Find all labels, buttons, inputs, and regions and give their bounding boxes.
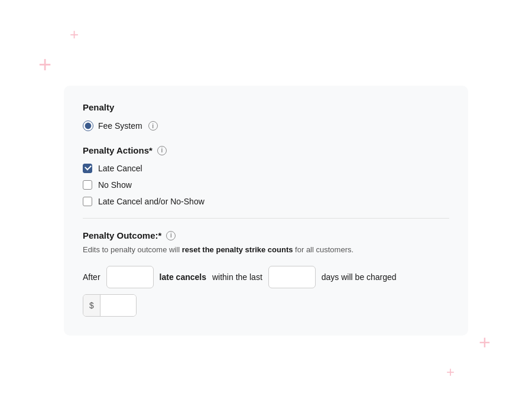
charge-input-wrapper: $ [83, 294, 137, 317]
outcome-desc-normal: Edits to penalty outcome will [83, 245, 182, 254]
dollar-sign: $ [83, 295, 100, 316]
late-cancel-no-show-row: Late Cancel and/or No-Show [83, 197, 449, 206]
penalty-actions-section: Penalty Actions* i Late Cancel No Show L… [83, 145, 449, 206]
no-show-checkbox[interactable] [83, 180, 92, 190]
late-cancels-label: late cancels [160, 272, 206, 282]
late-cancel-no-show-label: Late Cancel and/or No-Show [98, 197, 205, 206]
within-label: within the last [212, 272, 262, 282]
decorative-plus-3: + [479, 332, 491, 352]
penalty-title: Penalty [83, 102, 449, 112]
charge-input[interactable] [100, 295, 136, 316]
after-input[interactable] [106, 266, 154, 288]
fee-system-label: Fee System [98, 121, 142, 131]
late-cancel-row: Late Cancel [83, 164, 449, 173]
no-show-label: No Show [98, 180, 132, 190]
decorative-plus-1: + [70, 27, 79, 42]
late-cancel-no-show-checkbox[interactable] [83, 197, 92, 206]
section-divider [83, 218, 449, 219]
outcome-row: After late cancels within the last days … [83, 266, 449, 317]
penalty-outcome-title: Penalty Outcome:* [83, 230, 161, 240]
outcome-desc-bold: reset the penalty strike counts [182, 245, 293, 254]
penalty-section: Penalty Fee System i [83, 102, 449, 131]
penalty-actions-header: Penalty Actions* i [83, 145, 449, 155]
penalty-outcome-info-icon: i [166, 231, 176, 240]
late-cancel-label: Late Cancel [98, 164, 142, 173]
penalty-actions-title: Penalty Actions* [83, 145, 153, 155]
fee-system-radio[interactable] [83, 121, 93, 131]
within-input[interactable] [268, 266, 316, 288]
penalty-actions-info-icon: i [157, 146, 167, 155]
after-label: After [83, 272, 100, 282]
penalty-outcome-header: Penalty Outcome:* i [83, 230, 449, 240]
outcome-desc-suffix: for all customers. [295, 245, 353, 254]
days-label: days will be charged [322, 272, 397, 282]
fee-system-radio-row: Fee System i [83, 121, 449, 131]
decorative-plus-4: + [446, 365, 455, 379]
outcome-description: Edits to penalty outcome will reset the … [83, 245, 449, 254]
fee-system-info-icon: i [148, 121, 158, 131]
late-cancel-checkbox[interactable] [83, 164, 92, 173]
penalty-outcome-section: Penalty Outcome:* i Edits to penalty out… [83, 230, 449, 317]
decorative-plus-2: + [38, 53, 51, 76]
penalty-card: Penalty Fee System i Penalty Actions* i … [64, 86, 468, 336]
no-show-row: No Show [83, 180, 449, 190]
